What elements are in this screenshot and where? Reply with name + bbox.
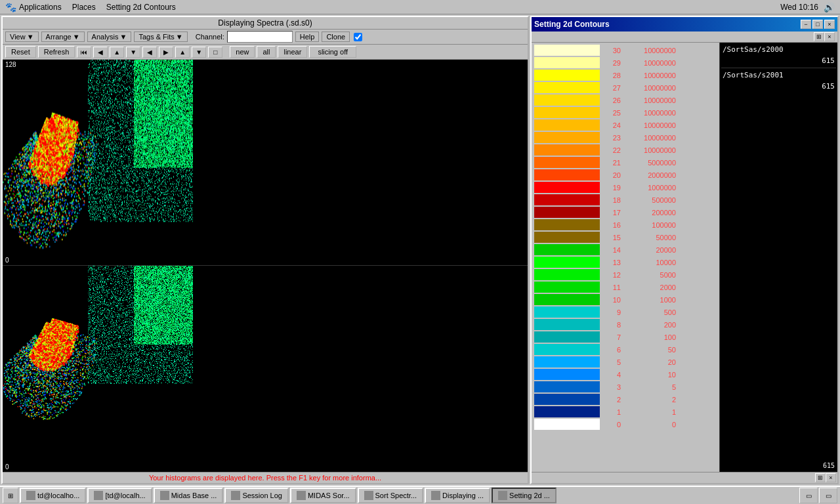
level-num-28[interactable]: 28 [602,72,621,79]
color-swatch-28[interactable] [534,70,600,81]
level-num-19[interactable]: 19 [602,184,621,192]
help-button[interactable]: Help [295,32,320,42]
level-value-22[interactable]: 10000000 [623,146,676,154]
channel-input[interactable] [227,31,293,43]
level-value-20[interactable]: 2000000 [623,171,676,179]
color-swatch-19[interactable] [534,182,600,193]
arrange-menu[interactable]: Arrange ▼ [41,32,85,42]
level-num-15[interactable]: 15 [602,234,621,242]
contours-bottom-expand[interactable]: ⊞ [815,473,826,482]
color-swatch-8[interactable] [534,319,600,330]
level-num-20[interactable]: 20 [602,171,621,179]
color-swatch-11[interactable] [534,282,600,293]
level-num-22[interactable]: 22 [602,146,621,154]
color-swatch-3[interactable] [534,381,600,392]
level-value-24[interactable]: 10000000 [623,121,676,129]
level-num-17[interactable]: 17 [602,209,621,217]
level-value-9[interactable]: 500 [623,308,676,316]
level-num-18[interactable]: 18 [602,196,621,204]
color-swatch-6[interactable] [534,344,600,355]
level-value-1[interactable]: 1 [623,408,676,416]
color-swatch-20[interactable] [534,169,600,180]
level-num-25[interactable]: 25 [602,109,621,117]
nav-down[interactable]: ▼ [126,47,140,58]
level-value-26[interactable]: 10000000 [623,96,676,104]
nav-square[interactable]: □ [208,47,222,58]
level-num-21[interactable]: 21 [602,159,621,167]
nav-pgdn[interactable]: ▼ [192,47,206,58]
level-value-25[interactable]: 10000000 [623,109,676,117]
color-swatch-29[interactable] [534,57,600,68]
color-swatch-0[interactable] [534,419,600,430]
color-swatch-23[interactable] [534,132,600,143]
color-swatch-27[interactable] [534,82,600,93]
level-value-3[interactable]: 5 [623,383,676,391]
taskbar-show-desktop[interactable]: ⊞ [3,488,18,503]
color-swatch-17[interactable] [534,207,600,218]
level-value-10[interactable]: 1000 [623,296,676,304]
level-num-13[interactable]: 13 [602,259,621,266]
nav-first[interactable]: ⏮ [77,47,91,58]
tags-fits-menu[interactable]: Tags & Fits ▼ [134,32,187,42]
checkbox-option[interactable] [354,33,362,41]
analysis-menu[interactable]: Analysis ▼ [87,32,132,42]
level-value-14[interactable]: 20000 [623,246,676,254]
maximize-button[interactable]: □ [812,20,823,29]
level-value-27[interactable]: 10000000 [623,84,676,92]
level-value-18[interactable]: 500000 [623,196,676,204]
color-swatch-30[interactable] [534,45,600,56]
slicing-off-button[interactable]: slicing off [309,46,356,58]
level-num-6[interactable]: 6 [602,346,621,354]
close-button[interactable]: × [824,20,835,29]
level-num-12[interactable]: 12 [602,271,621,279]
nav-right[interactable]: ▶ [159,47,173,58]
color-swatch-2[interactable] [534,394,600,405]
color-swatch-9[interactable] [534,306,600,318]
color-swatch-5[interactable] [534,356,600,368]
level-value-23[interactable]: 10000000 [623,134,676,142]
topbar-places[interactable]: Places [72,3,96,12]
level-num-1[interactable]: 1 [602,408,621,416]
taskbar-item-7[interactable]: Setting 2d ... [492,488,556,503]
taskbar-item-0[interactable]: td@localho... [20,488,86,503]
refresh-button[interactable]: Refresh [38,46,75,58]
taskbar-item-4[interactable]: MIDAS Sor... [290,488,356,503]
level-value-30[interactable]: 10000000 [623,47,676,54]
level-num-4[interactable]: 4 [602,371,621,379]
color-swatch-12[interactable] [534,269,600,280]
taskbar-item-1[interactable]: [td@localh... [87,488,152,503]
color-swatch-10[interactable] [534,294,600,305]
minimize-button[interactable]: − [801,20,811,29]
level-num-16[interactable]: 16 [602,221,621,229]
level-num-9[interactable]: 9 [602,308,621,316]
topbar-applications[interactable]: 🐾 Applications [5,2,62,12]
level-value-4[interactable]: 10 [623,371,676,379]
level-value-8[interactable]: 200 [623,321,676,329]
level-num-7[interactable]: 7 [602,333,621,341]
level-value-11[interactable]: 2000 [623,284,676,291]
level-num-23[interactable]: 23 [602,134,621,142]
level-value-7[interactable]: 100 [623,333,676,341]
color-swatch-22[interactable] [534,144,600,156]
level-num-5[interactable]: 5 [602,358,621,366]
level-value-19[interactable]: 1000000 [623,184,676,192]
all-button[interactable]: all [257,46,276,58]
level-num-11[interactable]: 11 [602,284,621,291]
color-swatch-13[interactable] [534,257,600,268]
level-num-26[interactable]: 26 [602,96,621,104]
level-value-13[interactable]: 10000 [623,259,676,266]
nav-pgup[interactable]: ▲ [175,47,190,58]
level-value-16[interactable]: 100000 [623,221,676,229]
linear-button[interactable]: linear [278,46,307,58]
contours-close-inner[interactable]: × [824,32,835,41]
nav-left[interactable]: ◀ [142,47,157,58]
level-num-2[interactable]: 2 [602,396,621,404]
level-value-21[interactable]: 5000000 [623,159,676,167]
color-swatch-4[interactable] [534,369,600,380]
color-swatch-14[interactable] [534,244,600,255]
reset-button[interactable]: Reset [5,46,36,58]
level-num-14[interactable]: 14 [602,246,621,254]
level-value-28[interactable]: 10000000 [623,72,676,79]
level-num-0[interactable]: 0 [602,421,621,429]
level-value-6[interactable]: 50 [623,346,676,354]
